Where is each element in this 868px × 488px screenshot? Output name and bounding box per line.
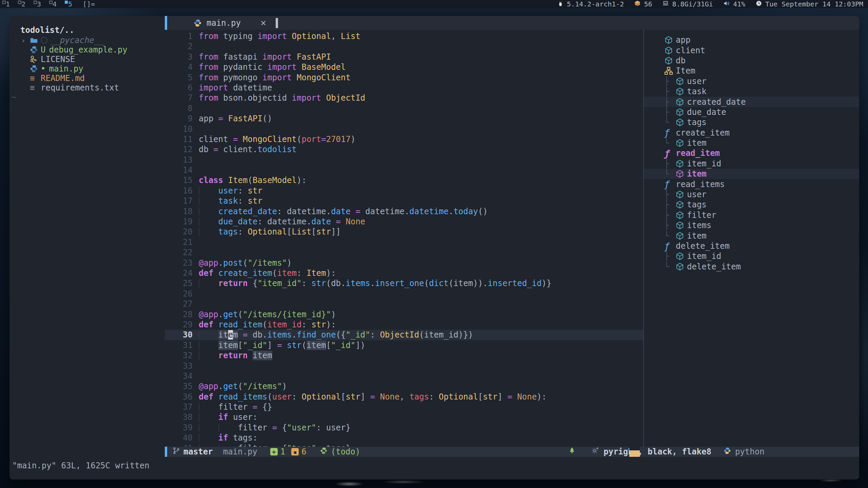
code-line[interactable]: 20 tags: Optional[List[str]] (165, 227, 643, 237)
code-line[interactable]: 23@app.post("/items") (165, 258, 643, 268)
symbol-item-delete_item[interactable]: ƒdelete_item (644, 241, 859, 251)
symbol-label: db (676, 56, 686, 65)
code-line[interactable]: 25 return {"item_id": str(db.items.inser… (165, 278, 643, 288)
code-line[interactable]: 40 if tags: (165, 433, 643, 443)
symbol-item-task[interactable]: ├task (644, 86, 859, 97)
code-line[interactable]: 13 (165, 155, 643, 165)
symbol-item-item[interactable]: └item (644, 138, 859, 148)
code-line[interactable]: 33 (165, 361, 643, 371)
tree-item[interactable]: ≡README.md (9, 74, 165, 83)
code-line[interactable]: 10 (165, 124, 643, 134)
command-message-line[interactable]: "main.py" 63L, 1625C written (9, 457, 859, 480)
symbol-item-item[interactable]: └item (644, 230, 859, 241)
code-line[interactable]: 16 user: str (165, 186, 643, 196)
code-line[interactable]: 27 (165, 299, 643, 309)
virtualenv-indicator: (todo) (320, 447, 360, 456)
code-text: from pymongo import MongoClient (193, 73, 351, 83)
line-number: 5 (165, 73, 193, 83)
symbol-item-create_item[interactable]: ƒcreate_item (644, 128, 859, 138)
code-line[interactable]: 39 filter = {"user": user} (165, 423, 643, 433)
git-branch-icon (173, 447, 180, 456)
symbol-label: item (687, 138, 707, 148)
code-line[interactable]: 38 if user: (165, 412, 643, 422)
code-line[interactable]: 22 (165, 247, 643, 258)
code-line[interactable]: 35@app.get("/items") (165, 381, 643, 391)
code-line[interactable]: 28@app.get("/items/{item_id}") (165, 309, 643, 320)
tree-root-header[interactable]: todolist/.. (9, 25, 165, 36)
code-line[interactable]: 21 (165, 237, 643, 247)
code-line[interactable]: 18 created_date: datetime.date = datetim… (165, 206, 643, 217)
code-line[interactable]: 8 (165, 103, 643, 114)
symbol-item-app[interactable]: app (644, 35, 859, 45)
workspace-tag-1[interactable]: 1 (0, 0, 16, 8)
code-editor[interactable]: 1from typing import Optional, List23from… (165, 30, 643, 447)
code-line[interactable]: 3from fastapi import FastAPI (165, 52, 643, 62)
workspace-tag-2[interactable]: 2 (16, 0, 31, 8)
code-line[interactable]: 34 (165, 371, 643, 381)
code-line[interactable]: 11client = MongoClient(port=27017) (165, 134, 643, 144)
symbol-label: Item (676, 66, 695, 76)
tree-item[interactable]: ›__pycache__ (9, 36, 165, 45)
symbol-item-item_id[interactable]: ├item_id (644, 159, 859, 169)
code-line[interactable]: 24def create_item(item: Item): (165, 268, 643, 278)
code-line[interactable]: 37 filter = {} (165, 402, 643, 412)
indent-guide (199, 187, 199, 195)
tree-item[interactable]: ≡requirements.txt (9, 83, 165, 93)
symbol-item-user[interactable]: ├user (644, 189, 859, 200)
code-line[interactable]: 30 item = db.items.find_one({"_id": Obje… (165, 330, 643, 340)
code-line[interactable]: 14 (165, 165, 643, 175)
line-number: 12 (165, 144, 193, 155)
code-line[interactable]: 32 return item (165, 350, 643, 361)
symbol-label: due_date (687, 107, 726, 117)
symbol-item-client[interactable]: client (644, 45, 859, 55)
code-line[interactable]: 5from pymongo import MongoClient (165, 73, 643, 83)
code-line[interactable]: 36def read_items(user: Optional[str] = N… (165, 392, 643, 402)
symbol-item-Item[interactable]: Item (644, 66, 859, 76)
code-line[interactable]: 7from bson.objectid import ObjectId (165, 93, 643, 103)
tree-item[interactable]: LICENSE (9, 55, 165, 64)
code-line[interactable]: 15class Item(BaseModel): (165, 175, 643, 185)
symbol-item-due_date[interactable]: ├due_date (644, 107, 859, 117)
symbol-item-read_item[interactable]: ƒread_item (644, 148, 859, 158)
python-venv-icon (320, 447, 328, 456)
code-line[interactable]: 9app = FastAPI() (165, 114, 643, 124)
git-branch[interactable]: master (173, 447, 213, 456)
code-line[interactable]: 4from pydantic import BaseModel (165, 62, 643, 72)
symbol-item-filter[interactable]: ├filter (644, 210, 859, 220)
symbol-item-items[interactable]: ├items (644, 220, 859, 230)
symbol-item-item[interactable]: └item (644, 169, 859, 179)
workspace-tag-5[interactable]: 5 (62, 0, 78, 8)
tree-item[interactable]: Udebug_example.py (9, 45, 165, 55)
code-line[interactable]: 31 item["_id"] = str(item["_id"]) (165, 340, 643, 350)
symbol-label: app (676, 35, 690, 45)
tab-close-icon[interactable]: × (260, 17, 266, 28)
line-number: 16 (165, 186, 193, 196)
symbol-item-tags[interactable]: ├tags (644, 200, 859, 210)
code-text: item["_id"] = str(item["_id"]) (193, 340, 365, 350)
symbol-item-created_date[interactable]: ├created_date (644, 97, 859, 107)
tab-main-py[interactable]: main.py × (167, 16, 266, 30)
layout-symbol[interactable]: []= (83, 0, 95, 8)
symbol-item-read_items[interactable]: ƒread_items (644, 179, 859, 189)
code-line[interactable]: 2 (165, 41, 643, 52)
code-line[interactable]: 1from typing import Optional, List (165, 31, 643, 41)
symbol-item-delete_item[interactable]: └delete_item (644, 262, 859, 272)
code-line[interactable]: 12db = client.todolist (165, 144, 643, 155)
line-number: 1 (165, 31, 193, 41)
symbol-label: tags (687, 200, 707, 209)
symbol-item-item_id[interactable]: ├item_id (644, 251, 859, 261)
line-number: 29 (165, 320, 193, 330)
code-line[interactable]: 26 (165, 289, 643, 299)
symbol-item-tags[interactable]: └tags (644, 117, 859, 127)
symbol-item-db[interactable]: db (644, 56, 859, 66)
code-line[interactable]: 6import datetime (165, 83, 643, 93)
function-icon: ƒ (664, 127, 676, 138)
code-line[interactable]: 29def read_item(item_id: str): (165, 320, 643, 330)
code-line[interactable]: 17 task: str (165, 196, 643, 206)
code-line[interactable]: 19 due_date: datetime.date = None (165, 217, 643, 227)
code-text: if tags: (193, 433, 257, 443)
tree-item[interactable]: •main.py (9, 64, 165, 74)
symbol-item-user[interactable]: ├user (644, 76, 859, 86)
workspace-tag-4[interactable]: 4 (47, 0, 62, 8)
workspace-tag-3[interactable]: 3 (31, 0, 47, 8)
